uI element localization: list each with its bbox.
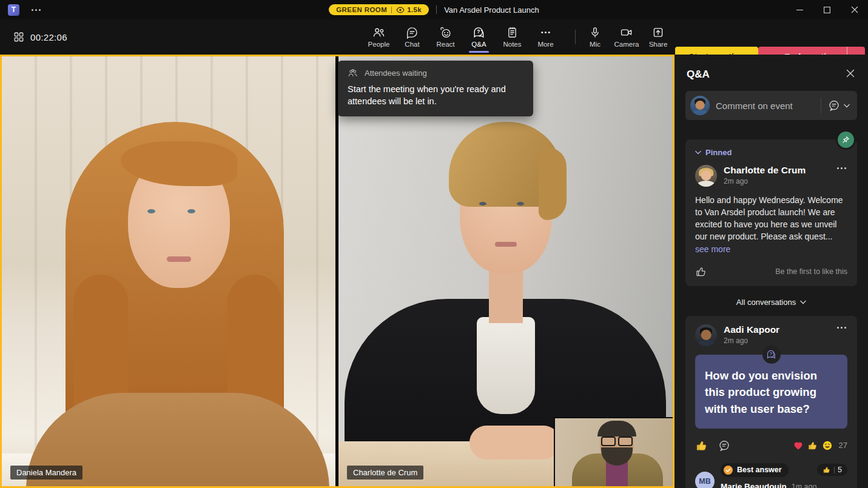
device-label: Camera: [614, 41, 639, 48]
mic-button[interactable]: Mic: [579, 19, 611, 55]
post-more-button[interactable]: [836, 324, 847, 331]
tab-label: React: [436, 41, 454, 48]
toolbar-divider: [575, 30, 576, 44]
people-icon: [372, 26, 385, 39]
notes-icon: [506, 26, 519, 39]
laugh-icon: [822, 440, 833, 451]
mouth-shape: [167, 256, 191, 262]
see-more-link[interactable]: see more: [695, 244, 730, 254]
thumbs-up-react-button[interactable]: [695, 439, 708, 452]
post-timestamp: 2m ago: [724, 177, 829, 186]
maximize-icon: [824, 7, 830, 13]
close-window-button[interactable]: [841, 0, 868, 19]
react-icon: [439, 26, 452, 39]
device-label: Share: [649, 41, 668, 48]
question-post-card: Aadi Kapoor 2m ago ? How do you envision: [685, 316, 857, 488]
titlebar: T GREEN ROOM 1.5k Van Arsdel Product Lau…: [0, 0, 868, 19]
chevron-down-icon: [844, 104, 850, 108]
qa-icon: ?: [766, 349, 776, 359]
hands-shape: [469, 426, 560, 460]
grid-view-icon[interactable]: [13, 32, 24, 42]
pinned-label: Pinned: [705, 148, 732, 157]
tab-react[interactable]: React: [429, 19, 462, 55]
answer-vote-count: 5: [838, 466, 842, 474]
more-icon: [539, 26, 552, 39]
reaction-count: 27: [839, 441, 847, 450]
camera-button[interactable]: Camera: [611, 19, 642, 55]
tab-chat[interactable]: Chat: [395, 19, 429, 55]
share-icon: [652, 26, 664, 39]
video-tile-daniela[interactable]: Daniela Mandera: [2, 56, 335, 486]
pinned-post-text: Hello and happy Wednesday. Welcome to Va…: [695, 195, 843, 241]
minimize-button[interactable]: [786, 0, 813, 19]
meeting-title: Van Arsdel Product Launch: [444, 5, 539, 15]
avatar-aadi: [695, 324, 717, 346]
comment-composer[interactable]: Comment on event: [685, 91, 857, 120]
glasses-shape: [601, 436, 633, 446]
meeting-timer: 00:22:06: [30, 32, 67, 42]
answer-timestamp: 1m ago: [792, 483, 817, 488]
heart-icon: [793, 440, 804, 451]
tooltip-title: Attendees waiting: [365, 69, 427, 78]
tab-more[interactable]: More: [529, 19, 562, 55]
pinned-section-toggle[interactable]: Pinned: [695, 148, 847, 157]
pinned-post-card: Pinned Charlotte de Crum 2m ago Hello an…: [685, 139, 857, 286]
titlebar-divider: [436, 5, 437, 14]
avatar-self: [690, 96, 710, 115]
tab-label: People: [368, 41, 390, 48]
answer-vote-pill[interactable]: 5: [817, 464, 847, 476]
avatar-charlotte: [695, 165, 717, 187]
tab-label: Notes: [503, 41, 521, 48]
tab-qa[interactable]: ? Q&A: [462, 19, 496, 55]
comment-icon: [718, 439, 731, 452]
best-answer-row: MB Best answer: [695, 463, 847, 488]
toolbar-tabs: People Chat: [362, 19, 562, 55]
conversation-filter-label: All conversations: [736, 298, 796, 307]
close-qa-panel-button[interactable]: [845, 68, 856, 81]
tab-label: Chat: [405, 41, 419, 48]
pin-icon: [842, 136, 850, 144]
chevron-down-icon: [800, 300, 806, 304]
video-tile-charlotte[interactable]: Charlotte de Crum: [338, 56, 673, 486]
reaction-summary[interactable]: 27: [793, 440, 847, 451]
badge-divider: [391, 7, 392, 13]
attendees-waiting-tooltip: Attendees waiting Start the meeting when…: [338, 61, 533, 116]
mouth-shape: [495, 242, 517, 247]
chat-icon: [406, 26, 419, 39]
post-more-button[interactable]: [836, 165, 847, 172]
hair-strand: [539, 147, 567, 220]
conversation-filter[interactable]: All conversations: [675, 298, 868, 307]
teams-logo: T: [8, 4, 19, 16]
blouse-shape: [477, 317, 535, 414]
tab-notes[interactable]: Notes: [496, 19, 529, 55]
tab-people[interactable]: People: [362, 19, 395, 55]
chevron-down-icon: [695, 150, 701, 155]
tab-label: Q&A: [471, 41, 486, 48]
hair-shape: [597, 421, 636, 436]
post-author: Aadi Kapoor: [724, 324, 829, 335]
like-button[interactable]: [695, 266, 707, 278]
tab-label: More: [537, 41, 553, 48]
thumbs-up-icon: [823, 466, 831, 474]
attendees-icon: [348, 69, 359, 78]
share-button[interactable]: Share: [642, 19, 674, 55]
device-controls: Mic Camera Share: [579, 19, 674, 55]
best-answer-label: Best answer: [737, 466, 782, 474]
comment-icon: [827, 99, 841, 112]
maximize-button[interactable]: [813, 0, 841, 19]
viewer-count: 1.5k: [407, 6, 422, 13]
active-tab-indicator: [469, 51, 489, 53]
person-illustration-daniela: [2, 56, 335, 486]
green-room-stage: Daniela Mandera Charlotte de Crum: [0, 55, 675, 488]
svg-text:?: ?: [477, 28, 480, 35]
tooltip-body: Start the meeting when you're ready and …: [348, 83, 523, 107]
titlebar-more-button[interactable]: [29, 7, 43, 13]
eye-shape: [517, 202, 524, 206]
minimize-icon: [796, 7, 803, 13]
device-label: Mic: [590, 41, 601, 48]
comment-react-button[interactable]: [718, 439, 731, 452]
self-view-thumbnail[interactable]: [554, 417, 673, 486]
camera-icon: [620, 26, 633, 39]
composer-placeholder: Comment on event: [716, 101, 815, 111]
post-type-selector[interactable]: [827, 99, 850, 112]
